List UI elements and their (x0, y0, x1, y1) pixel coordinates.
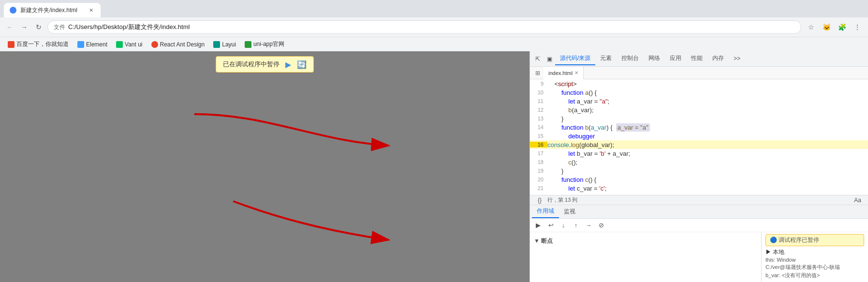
line-content-14: function b(a_var) { a_var = "a" (547, 124, 868, 131)
line-content-19: } (547, 167, 868, 175)
baidu-icon (8, 41, 15, 48)
file-tab-index[interactable]: index.html ✕ (544, 67, 584, 79)
arrows-overlay (0, 51, 530, 282)
devtools-dock-button[interactable]: ▣ (544, 53, 555, 65)
element-icon (77, 41, 84, 48)
line-num-13: 13 (530, 116, 547, 121)
forward-button[interactable]: → (18, 21, 30, 33)
tab-scope[interactable]: 作用域 (532, 205, 559, 218)
line-content-20: function c() { (547, 176, 868, 183)
page-area: 已在调试程序中暂停 ▶ 🔄 (0, 51, 530, 282)
code-line-21: 21 let c_var = 'c'; (530, 184, 868, 193)
extensions-button[interactable]: 🧩 (835, 20, 849, 34)
code-line-14: 14 function b(a_var) { a_var = "a" (530, 123, 868, 132)
devtools-tabs: ⇱ ▣ 源代码/来源 元素 控制台 网络 应用 性能 内存 >> (530, 51, 868, 67)
code-wrapper: 9 <script> 10 function a() { 11 (530, 79, 868, 195)
debug-step-over-button[interactable]: ↩ (545, 220, 556, 231)
browser-tab[interactable]: 新建文件夹/index.html ✕ (4, 3, 101, 17)
tab-elements[interactable]: 元素 (595, 52, 617, 65)
line-content-18: c(); (547, 159, 868, 166)
bookmark-baidu-label: 百度一下，你就知道 (16, 40, 69, 48)
debug-step-out-button[interactable]: ↑ (571, 220, 581, 231)
line-num-18: 18 (530, 159, 547, 165)
format-button[interactable]: {} (534, 194, 545, 206)
uniapp-icon (245, 41, 251, 48)
file-tab-close-button[interactable]: ✕ (574, 70, 578, 75)
breakpoints-panel: ▼ 断点 (530, 232, 762, 282)
bookmark-vant-label: Vant ui (125, 41, 142, 48)
code-scroll[interactable]: 9 <script> 10 function a() { 11 (530, 79, 868, 195)
menu-button[interactable]: ⋮ (851, 20, 864, 34)
paused-banner: 已在调试程序中暂停 ▶ 🔄 (216, 56, 314, 73)
line-content-12: b(a_var); (547, 106, 868, 114)
scope-item-bvar: b_var: <没有可用的值> (765, 271, 864, 280)
bookmark-react-ant[interactable]: React Ant Design (147, 40, 209, 49)
code-line-18: 18 c(); (530, 158, 868, 166)
line-num-19: 19 (530, 168, 547, 174)
tab-title: 新建文件夹/index.html (20, 6, 83, 15)
bookmarks-bar: 百度一下，你就知道 Element Vant ui React Ant Desi… (0, 37, 868, 51)
tab-application[interactable]: 应用 (665, 52, 686, 65)
bookmark-react-ant-label: React Ant Design (160, 41, 205, 48)
font-size-button[interactable]: Aa (851, 196, 864, 205)
paused-text: 已在调试程序中暂停 (223, 60, 280, 69)
devtools-panel: ⇱ ▣ 源代码/来源 元素 控制台 网络 应用 性能 内存 >> ⊞ index… (530, 51, 868, 282)
debug-step-next-button[interactable]: → (583, 220, 594, 231)
line-num-22: 22 (530, 194, 547, 195)
reload-button[interactable]: ↻ (33, 21, 44, 33)
tab-sources[interactable]: 源代码/来源 (555, 52, 595, 65)
code-line-11: 11 let a_var = "a"; (530, 97, 868, 105)
resume-button[interactable]: ▶ (283, 59, 293, 69)
address-text: C:/Users/hp/Desktop/新建文件夹/index.html (68, 23, 795, 31)
address-bar[interactable]: 文件 C:/Users/hp/Desktop/新建文件夹/index.html (47, 20, 801, 34)
debug-step-into-button[interactable]: ↓ (558, 220, 569, 231)
tab-console[interactable]: 控制台 (617, 52, 644, 65)
bookmark-uniapp[interactable]: uni-app官网 (241, 39, 288, 50)
toolbar-icons: ☆ 🐱 🧩 ⋮ (804, 20, 864, 34)
lock-icon: 文件 (54, 23, 65, 31)
line-content-21: let c_var = 'c'; (547, 185, 868, 192)
step-button[interactable]: 🔄 (297, 59, 307, 69)
devtools-undock-button[interactable]: ⇱ (532, 53, 544, 65)
profile-button[interactable]: 🐱 (820, 20, 833, 34)
tab-close-button[interactable]: ✕ (87, 6, 95, 14)
scope-title[interactable]: ▶ 本地 (765, 248, 864, 256)
tab-watch[interactable]: 监视 (559, 206, 580, 218)
bottom-tabs: 作用域 监视 (530, 205, 868, 219)
react-ant-icon (151, 41, 158, 48)
tab-bar: 新建文件夹/index.html ✕ (0, 0, 868, 17)
bookmark-layui[interactable]: Layui (209, 40, 240, 49)
code-line-10: 10 function a() { (530, 88, 868, 97)
scope-item-this: this: Window (765, 256, 864, 263)
sidebar-toggle-icon[interactable]: ⊞ (532, 67, 544, 79)
devtools-bottom: 作用域 监视 ▶ ↩ ↓ ↑ → ⊘ (530, 205, 868, 282)
bookmark-baidu[interactable]: 百度一下，你就知道 (4, 39, 73, 50)
tab-memory[interactable]: 内存 (707, 52, 729, 65)
line-num-11: 11 (530, 98, 547, 104)
bookmark-uniapp-label: uni-app官网 (253, 40, 284, 48)
line-num-17: 17 (530, 150, 547, 156)
local-scope: ▶ 本地 this: Window C:/ver@瑞晟技术服务中心-耿瑞 b_v… (765, 248, 864, 280)
line-num-9: 9 (530, 81, 547, 87)
bookmark-element[interactable]: Element (74, 40, 111, 49)
debug-deactivate-button[interactable]: ⊘ (596, 220, 606, 231)
code-line-17: 17 let b_var = 'b' + a_var; (530, 149, 868, 158)
line-content-16: console.log(global_var); (547, 141, 868, 148)
bookmark-vant[interactable]: Vant ui (112, 40, 146, 49)
line-content-10: function a() { (547, 89, 868, 96)
debug-resume-button[interactable]: ▶ (533, 220, 544, 231)
line-content-22: } (547, 193, 868, 195)
tab-more[interactable]: >> (729, 53, 745, 65)
code-line-12: 12 b(a_var); (530, 105, 868, 114)
line-num-10: 10 (530, 89, 547, 95)
paused-notice: 🔵 调试程序已暂停 (765, 234, 864, 246)
back-button[interactable]: ← (4, 21, 15, 33)
code-line-20: 20 function c() { (530, 175, 868, 184)
tab-performance[interactable]: 性能 (686, 52, 707, 65)
code-line-22: 22 } (530, 193, 868, 195)
bookmark-button[interactable]: ☆ (804, 20, 818, 34)
line-num-15: 15 (530, 133, 547, 139)
line-num-20: 20 (530, 177, 547, 182)
code-line-19: 19 } (530, 166, 868, 175)
tab-network[interactable]: 网络 (644, 52, 665, 65)
